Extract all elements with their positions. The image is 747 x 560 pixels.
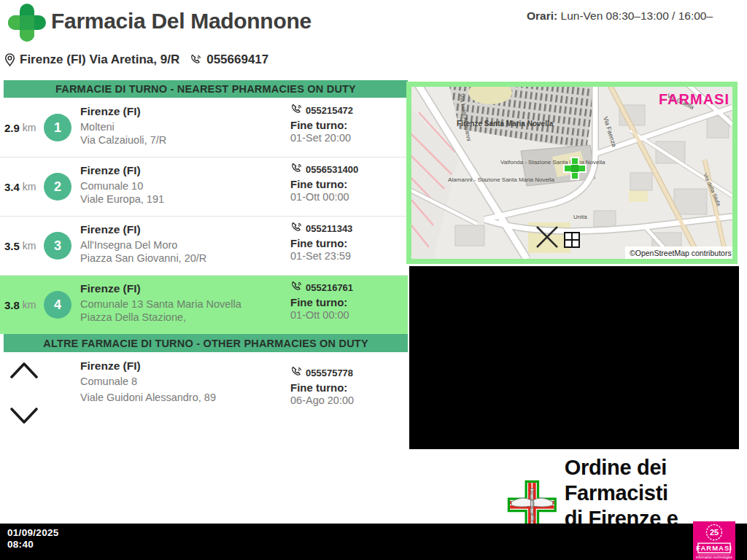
distance: 3.5km <box>4 217 36 275</box>
fine-turno-value: 01-Ott 00:00 <box>290 191 358 203</box>
distance-unit: km <box>23 122 36 133</box>
pharmacy-city: Firenze (FI) <box>80 282 241 295</box>
pharmacy-city: Firenze (FI) <box>80 105 166 118</box>
map-label-stop2: Alamanni - Stazione Santa Maria Novella <box>448 176 554 183</box>
distance-unit: km <box>23 299 36 311</box>
pharmacy-row-1: 2.9km 1 Firenze (FI) Molteni Via Calzaiu… <box>0 98 408 158</box>
distance-unit: km <box>23 181 36 192</box>
chevron-up-icon[interactable] <box>9 361 39 380</box>
pharmacy-phone: 055211343 <box>306 223 352 234</box>
opening-hours-label: Orari: <box>527 9 557 22</box>
map-frame: Firenze Santa Maria Novella Valfonda - S… <box>406 82 738 264</box>
map: Firenze Santa Maria Novella Valfonda - S… <box>411 87 732 259</box>
pharmacy-address-line: Firenze (FI) Via Aretina, 9/R 055669417 <box>4 52 268 67</box>
pharmacy-cross-icon <box>6 1 48 44</box>
pharmacy-name: Comunale 10 <box>80 179 164 192</box>
fine-turno-label: Fine turno: <box>290 119 353 131</box>
farmasi-emblem: 25 <box>710 528 719 537</box>
rank-badge: 4 <box>44 291 71 319</box>
other-pharmacy-row: Firenze (FI) Comunale 8 Viale Guidoni Al… <box>0 356 408 436</box>
pharmacy-phone: 0556531400 <box>306 164 358 175</box>
distance-value: 3.8 <box>4 299 20 311</box>
opening-hours-value: Lun-Ven 08:30–13:00 / 16:00– <box>557 9 713 22</box>
pharmacy-phone: 055669417 <box>206 52 268 67</box>
osm-attribution: ©OpenStreetMap contributors <box>630 249 732 257</box>
distance-value: 3.5 <box>4 240 20 252</box>
pharmacy-street: Piazza San Giovanni, 20/R <box>80 252 206 265</box>
phone-row: 055575778 <box>290 366 354 378</box>
distance: 3.4km <box>4 158 36 216</box>
pharmacy-duty-info: 055211343 Fine turno: 01-Set 23:59 <box>290 222 352 262</box>
pharmacy-phone: 055216761 <box>306 282 353 293</box>
location-pin-icon <box>4 53 15 67</box>
farmasi-watermark: FARMASI <box>659 91 729 107</box>
map-label-stop1: Valfonda - Stazione Santa Maria Novella <box>500 159 605 166</box>
pharmacy-street: Viale Europa, 191 <box>80 192 164 206</box>
pharmacy-name: Molteni <box>80 120 166 133</box>
distance-value: 3.4 <box>4 181 20 193</box>
ordine-line1: Ordine dei Farmacisti <box>565 455 747 506</box>
pharmacy-name: Comunale 8 <box>80 375 216 388</box>
footer-date: 01/09/2025 <box>7 527 59 539</box>
pharmacy-street: Viale Guidoni Alessandro, 89 <box>80 391 216 404</box>
fine-turno-label: Fine turno: <box>290 381 354 394</box>
pharmacy-row-4-highlighted: 3.8km 4 Firenze (FI) Comunale 13 Santa M… <box>0 276 408 334</box>
chevron-down-icon[interactable] <box>9 406 39 425</box>
footer-datetime: 01/09/2025 08:40 <box>7 527 59 551</box>
kiosk-screen: Farmacia Del Madonnone Orari: Lun-Ven 08… <box>0 0 747 560</box>
phone-icon <box>290 163 303 175</box>
phone-icon <box>190 54 202 66</box>
pharmacy-street: Via Calzaiuoli, 7/R <box>80 133 166 147</box>
pharmacy-info: Firenze (FI) Comunale 10 Viale Europa, 1… <box>80 164 164 206</box>
footer-time: 08:40 <box>7 539 59 551</box>
pharmacy-street: Piazza Della Stazione, <box>80 311 241 324</box>
distance-value: 2.9 <box>4 122 20 134</box>
rank-badge: 2 <box>44 173 71 201</box>
pharmacy-duty-info: 055215472 Fine turno: 01-Set 20:00 <box>290 104 353 144</box>
distance-unit: km <box>23 240 36 252</box>
phone-icon <box>290 281 303 293</box>
distance: 3.8km <box>4 276 36 334</box>
pharmacy-info: Firenze (FI) Comunale 8 Viale Guidoni Al… <box>80 359 216 404</box>
pharmacy-phone: 055215472 <box>306 105 353 116</box>
fine-turno-value: 01-Set 20:00 <box>290 132 353 144</box>
page-title: Farmacia Del Madonnone <box>51 9 311 34</box>
distance: 2.9km <box>4 98 36 157</box>
map-label-unita: Unità <box>573 214 587 220</box>
farmasi-name: FARMASI <box>696 544 732 552</box>
phone-icon <box>290 366 303 378</box>
pharmacy-row-2: 3.4km 2 Firenze (FI) Comunale 10 Viale E… <box>0 158 408 217</box>
pharmacy-city: Firenze (FI) <box>80 359 216 373</box>
fine-turno-label: Fine turno: <box>290 296 353 308</box>
farmasi-subtitle: information technologies <box>696 556 732 559</box>
footer-bar: 01/09/2025 08:40 <box>0 524 747 560</box>
phone-icon <box>290 222 303 234</box>
nearest-header-bar: FARMACIE DI TURNO - NEAREST PHARMACIES O… <box>4 80 408 98</box>
phone-row: 055215472 <box>290 104 353 116</box>
farmasi-logo: 25 FARMASI information technologies <box>693 521 735 560</box>
fine-turno-label: Fine turno: <box>290 178 358 190</box>
phone-row: 055216761 <box>290 281 353 293</box>
phone-row: 055211343 <box>290 222 352 234</box>
pharmacy-duty-info: 055575778 Fine turno: 06-Ago 20:00 <box>290 366 354 406</box>
pharmacy-info: Firenze (FI) Comunale 13 Santa Maria Nov… <box>80 282 241 324</box>
pharmacy-name: All'Insegna Del Moro <box>80 238 206 252</box>
pharmacy-duty-info: 055216761 Fine turno: 01-Ott 00:00 <box>290 281 353 321</box>
pharmacy-info: Firenze (FI) Molteni Via Calzaiuoli, 7/R <box>80 105 166 147</box>
phone-row: 0556531400 <box>290 163 358 175</box>
map-image: Firenze Santa Maria Novella Valfonda - S… <box>411 87 732 259</box>
pharmacy-city: Firenze (FI) <box>80 164 164 177</box>
pharmacy-name: Comunale 13 Santa Maria Novella <box>80 298 241 311</box>
other-header-bar: ALTRE FARMACIE DI TURNO - OTHER PHARMACI… <box>4 334 408 352</box>
pharmacy-row-3: 3.5km 3 Firenze (FI) All'Insegna Del Mor… <box>0 217 408 276</box>
pharmacy-duty-info: 0556531400 Fine turno: 01-Ott 00:00 <box>290 163 358 203</box>
pharmacy-phone: 055575778 <box>306 368 353 378</box>
pharmacy-city: Firenze (FI) <box>80 223 206 236</box>
pharmacy-info: Firenze (FI) All'Insegna Del Moro Piazza… <box>80 223 206 265</box>
video-panel <box>409 266 739 449</box>
fine-turno-label: Fine turno: <box>290 237 352 249</box>
pharmacy-address: Firenze (FI) Via Aretina, 9/R <box>20 52 179 67</box>
fine-turno-value: 06-Ago 20:00 <box>290 394 354 406</box>
map-symbol-grid <box>565 233 579 247</box>
map-label-station: Firenze Santa Maria Novella <box>457 120 554 128</box>
